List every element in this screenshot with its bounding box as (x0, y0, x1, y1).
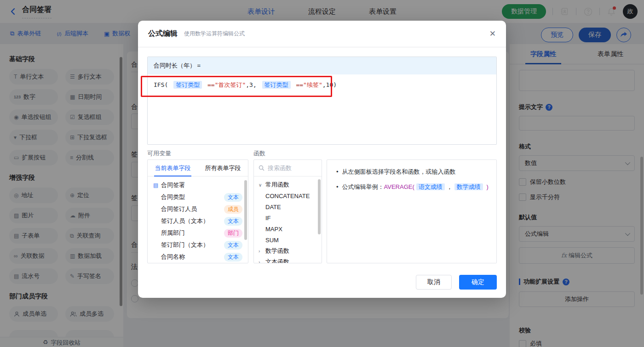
function-item[interactable]: IF (254, 212, 322, 223)
search-icon (259, 165, 264, 171)
modal-subtitle: 使用数学运算符编辑公式 (184, 30, 245, 38)
chevron-down-icon: ∨ (259, 182, 263, 188)
variable-field-name: 合同名称 (161, 253, 185, 261)
modal-title: 公式编辑 (148, 29, 178, 39)
function-item[interactable]: DATE (254, 201, 322, 212)
variable-field-row[interactable]: 签订部门（文本）文本 (148, 239, 248, 251)
variable-field-row[interactable]: 所属部门部门 (148, 227, 248, 239)
variables-label: 可用变量 (147, 149, 171, 158)
cancel-button[interactable]: 取消 (416, 275, 452, 290)
variable-field-name: 合同类型 (161, 193, 185, 201)
field-type-tag: 文本 (224, 241, 242, 250)
app-root: 合同签署 表单设计流程设定表单设置 数据管理 (0, 0, 644, 347)
formula-editor-box[interactable]: 合同时长（年） = IFS( 签订类型 =="首次签订",3, 签订类型 =="… (147, 57, 497, 145)
function-item[interactable]: SUM (254, 234, 322, 245)
formula-token: "续签" (303, 81, 322, 88)
function-group-collapsed[interactable]: ›数学函数 (254, 245, 322, 256)
field-type-tag: 文本 (224, 217, 242, 226)
formula-token: == (204, 81, 214, 88)
help-line-1: •从左侧面板选择字段名和函数，或输入函数 (334, 167, 489, 176)
chevron-right-icon: › (259, 260, 263, 264)
field-chip[interactable]: 签订类型 (262, 81, 291, 89)
chevron-right-icon: › (259, 249, 263, 254)
example-field-chip: 数学成绩 (454, 183, 483, 190)
function-group-expanded[interactable]: ∨常用函数 (254, 179, 322, 190)
formula-token: == (293, 81, 303, 88)
formula-editor-modal: 公式编辑 使用数学运算符编辑公式 ✕ 合同时长（年） = IFS( 签订类型 =… (138, 21, 506, 298)
function-group-label: 文本函数 (265, 258, 289, 263)
variables-form-node[interactable]: ▤合同签署 (148, 179, 248, 191)
variables-panel: 当前表单字段所有表单字段 ▤合同签署合同类型文本合同签订人员成员签订人员（文本）… (147, 159, 248, 263)
function-group-label: 常用函数 (265, 181, 289, 189)
field-chip[interactable]: 签订类型 (173, 81, 202, 89)
formula-token: ,3, (246, 81, 260, 88)
variable-field-row[interactable]: 合同类型文本 (148, 191, 248, 203)
formula-expression[interactable]: IFS( 签订类型 =="首次签订",3, 签订类型 =="续签",10) (148, 74, 496, 96)
field-type-tag: 文本 (224, 193, 242, 202)
field-type-tag: 成员 (224, 205, 242, 214)
field-type-tag: 文本 (224, 253, 242, 262)
variable-field-row[interactable]: 合同签订人员成员 (148, 203, 248, 215)
variables-scrollbar[interactable] (244, 180, 247, 240)
variable-field-name: 签订部门（文本） (161, 241, 209, 249)
functions-panel: ∨常用函数CONCATENATEDATEIFMAPXSUM›数学函数›文本函数 (253, 159, 322, 263)
variable-field-name: 签订人员（文本） (161, 217, 209, 225)
function-group-label: 数学函数 (265, 247, 289, 255)
form-node-label: 合同签署 (161, 181, 185, 189)
function-search-input[interactable] (268, 165, 314, 171)
functions-scrollbar[interactable] (318, 179, 321, 234)
close-icon[interactable]: ✕ (489, 30, 496, 38)
example-field-chip: 语文成绩 (416, 183, 445, 190)
variables-tab-2[interactable]: 所有表单字段 (198, 160, 248, 176)
function-search (254, 160, 322, 176)
formula-token: ,10) (322, 81, 337, 88)
formula-token: "首次签订" (215, 81, 246, 88)
formula-help-panel: •从左侧面板选择字段名和函数，或输入函数 • 公式编辑举例：AVERAGE(语文… (327, 159, 497, 263)
function-item[interactable]: MAPX (254, 223, 322, 234)
function-group-collapsed[interactable]: ›文本函数 (254, 256, 322, 263)
function-item[interactable]: CONCATENATE (254, 190, 322, 201)
variable-field-row[interactable]: 签订人员（文本）文本 (148, 215, 248, 227)
variable-field-name: 合同签订人员 (161, 205, 197, 213)
formula-target: 合同时长（年） = (148, 57, 496, 74)
functions-label: 函数 (253, 149, 265, 158)
variables-tab-1[interactable]: 当前表单字段 (148, 160, 198, 176)
field-type-tag: 部门 (224, 229, 242, 238)
variable-field-row-partial (148, 263, 248, 263)
variable-field-name: 所属部门 (161, 229, 185, 237)
variable-field-row[interactable]: 合同名称文本 (148, 251, 248, 263)
form-doc-icon: ▤ (153, 182, 158, 188)
confirm-button[interactable]: 确定 (459, 275, 497, 290)
formula-token: IFS( (154, 81, 172, 88)
help-line-2: • 公式编辑举例：AVERAGE(语文成绩，数学成绩 ) (334, 182, 489, 192)
